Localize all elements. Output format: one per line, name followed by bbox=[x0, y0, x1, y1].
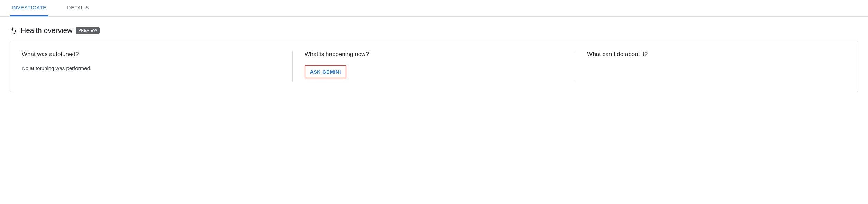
col-action-title: What can I do about it? bbox=[587, 51, 846, 58]
col-autotuned-body: No autotuning was performed. bbox=[22, 65, 281, 71]
col-autotuned: What was autotuned? No autotuning was pe… bbox=[10, 41, 293, 92]
tab-investigate[interactable]: INVESTIGATE bbox=[10, 0, 48, 16]
preview-badge: PREVIEW bbox=[76, 27, 99, 34]
col-action: What can I do about it? bbox=[575, 41, 858, 92]
col-happening-title: What is happening now? bbox=[305, 51, 564, 58]
col-autotuned-title: What was autotuned? bbox=[22, 51, 281, 58]
tab-bar: INVESTIGATE DETAILS bbox=[0, 0, 868, 17]
col-happening: What is happening now? ASK GEMINI bbox=[293, 41, 576, 92]
sparkle-icon bbox=[10, 27, 17, 34]
health-overview-card: What was autotuned? No autotuning was pe… bbox=[10, 41, 858, 92]
section-header: Health overview PREVIEW bbox=[0, 17, 868, 41]
ask-gemini-highlight: ASK GEMINI bbox=[305, 65, 346, 78]
tab-details[interactable]: DETAILS bbox=[65, 0, 91, 16]
page-title: Health overview bbox=[21, 26, 72, 35]
ask-gemini-button[interactable]: ASK GEMINI bbox=[307, 67, 344, 76]
